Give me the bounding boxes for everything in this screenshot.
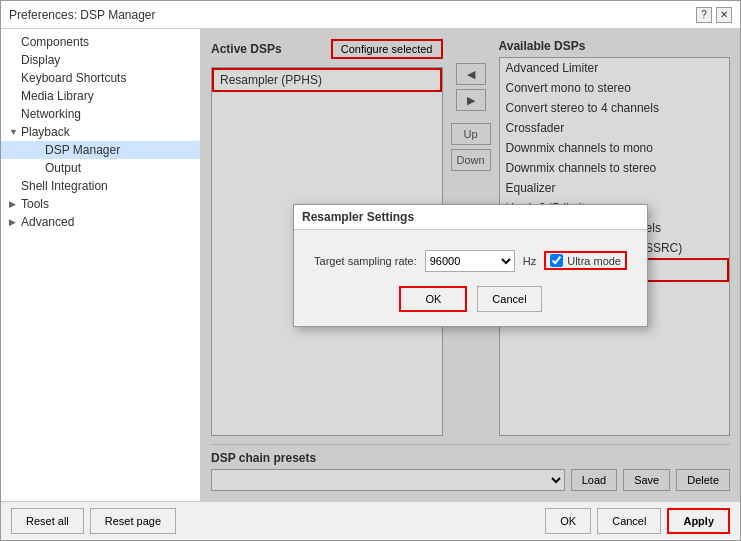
- sidebar-item-advanced[interactable]: ▶ Advanced: [1, 213, 200, 231]
- modal-sampling-row: Target sampling rate: 96000 44100 48000 …: [314, 250, 627, 272]
- sidebar-item-label: Media Library: [21, 89, 94, 103]
- sidebar-item-label: Display: [21, 53, 60, 67]
- sidebar-item-dsp-manager[interactable]: DSP Manager: [1, 141, 200, 159]
- sidebar: Components Display Keyboard Shortcuts Me…: [1, 29, 201, 501]
- expand-arrow-icon: ▼: [9, 127, 19, 137]
- modal-cancel-button[interactable]: Cancel: [477, 286, 541, 312]
- ok-button[interactable]: OK: [545, 508, 591, 534]
- expand-arrow-icon: ▶: [9, 199, 19, 209]
- bottom-right-buttons: OK Cancel Apply: [545, 508, 730, 534]
- sidebar-item-output[interactable]: Output: [1, 159, 200, 177]
- ultramode-checkbox-row: Ultra mode: [544, 251, 627, 270]
- sidebar-item-display[interactable]: Display: [1, 51, 200, 69]
- sidebar-item-playback[interactable]: ▼ Playback: [1, 123, 200, 141]
- sidebar-item-label: Networking: [21, 107, 81, 121]
- sidebar-item-media-library[interactable]: Media Library: [1, 87, 200, 105]
- apply-button[interactable]: Apply: [667, 508, 730, 534]
- modal-ok-button[interactable]: OK: [399, 286, 467, 312]
- sidebar-item-label: Shell Integration: [21, 179, 108, 193]
- sidebar-item-components[interactable]: Components: [1, 33, 200, 51]
- expand-arrow-icon: ▶: [9, 217, 19, 227]
- window-title: Preferences: DSP Manager: [9, 8, 156, 22]
- sidebar-item-label: Output: [45, 161, 81, 175]
- bottom-bar: Reset all Reset page OK Cancel Apply: [1, 501, 740, 540]
- sampling-rate-select[interactable]: 96000 44100 48000 88200 192000: [425, 250, 515, 272]
- sidebar-item-networking[interactable]: Networking: [1, 105, 200, 123]
- sidebar-item-label: Playback: [21, 125, 70, 139]
- reset-page-button[interactable]: Reset page: [90, 508, 176, 534]
- main-content: Components Display Keyboard Shortcuts Me…: [1, 29, 740, 501]
- reset-all-button[interactable]: Reset all: [11, 508, 84, 534]
- sidebar-item-shell-integration[interactable]: Shell Integration: [1, 177, 200, 195]
- sidebar-item-label: Components: [21, 35, 89, 49]
- ultramode-label: Ultra mode: [567, 255, 621, 267]
- ultramode-checkbox[interactable]: [550, 254, 563, 267]
- sidebar-item-label: Tools: [21, 197, 49, 211]
- modal-buttons: OK Cancel: [314, 286, 627, 312]
- sidebar-item-label: Advanced: [21, 215, 74, 229]
- cancel-button[interactable]: Cancel: [597, 508, 661, 534]
- content-area: Active DSPs Configure selected Resampler…: [201, 29, 740, 501]
- close-button[interactable]: ✕: [716, 7, 732, 23]
- title-bar-controls: ? ✕: [696, 7, 732, 23]
- hz-label: Hz: [523, 255, 536, 267]
- sidebar-item-label: DSP Manager: [45, 143, 120, 157]
- modal-body: Target sampling rate: 96000 44100 48000 …: [294, 230, 647, 326]
- sidebar-item-keyboard-shortcuts[interactable]: Keyboard Shortcuts: [1, 69, 200, 87]
- modal-title: Resampler Settings: [294, 205, 647, 230]
- sidebar-item-label: Keyboard Shortcuts: [21, 71, 126, 85]
- bottom-left-buttons: Reset all Reset page: [11, 508, 176, 534]
- resampler-settings-dialog: Resampler Settings Target sampling rate:…: [293, 204, 648, 327]
- main-window: Preferences: DSP Manager ? ✕ Components …: [0, 0, 741, 541]
- modal-overlay: Resampler Settings Target sampling rate:…: [201, 29, 740, 501]
- sidebar-item-tools[interactable]: ▶ Tools: [1, 195, 200, 213]
- sampling-rate-label: Target sampling rate:: [314, 255, 417, 267]
- help-button[interactable]: ?: [696, 7, 712, 23]
- title-bar: Preferences: DSP Manager ? ✕: [1, 1, 740, 29]
